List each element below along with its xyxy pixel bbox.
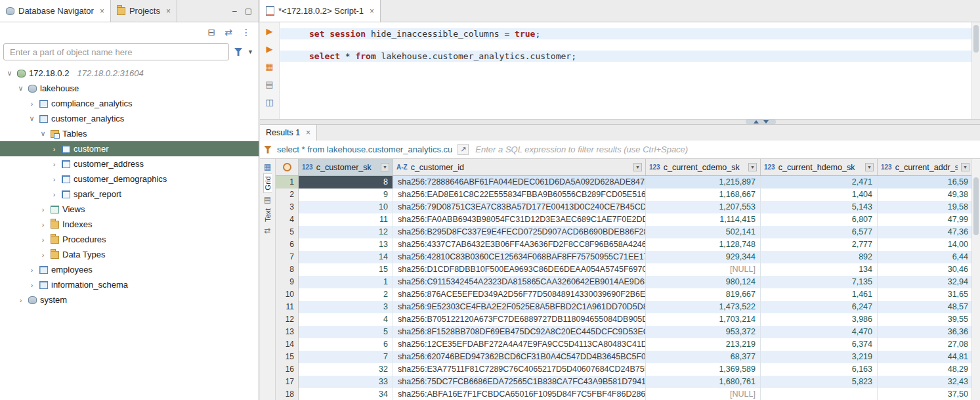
cell-c_current_cdemo_sk[interactable]: 1,128,748 bbox=[646, 238, 761, 251]
column-filter-button[interactable]: ▼ bbox=[381, 163, 389, 171]
row-number-cell[interactable]: 5 bbox=[276, 226, 299, 238]
cell-c_current_hdemo_sk[interactable]: 5,143 bbox=[761, 201, 878, 213]
column-header-c_current_hdemo_sk[interactable]: 123c_current_hdemo_sk▼ bbox=[761, 159, 878, 175]
cell-c_current_hdemo_sk[interactable]: 2,777 bbox=[761, 238, 878, 251]
table-row[interactable]: 714sha256:42810C83B0360CE125634F068BAF8F… bbox=[276, 251, 980, 263]
chevron-down-icon[interactable]: ▼ bbox=[247, 49, 253, 55]
column-filter-button[interactable]: ▼ bbox=[961, 163, 969, 171]
execute-statement-icon[interactable]: ▶ bbox=[266, 27, 273, 36]
table-row[interactable]: 815sha256:D1CDF8DBB10F500EA9693C86DE6DEA… bbox=[276, 263, 980, 276]
tree-item-lakehouse[interactable]: ∨lakehouse bbox=[0, 81, 259, 96]
tree-item-customer-demographics[interactable]: ›customer_demographics bbox=[0, 171, 259, 187]
cell-c_customer_id[interactable]: sha256:42810C83B0360CE125634F068BAF8FF75… bbox=[393, 251, 646, 263]
cell-c_current_hdemo_sk[interactable]: 1,404 bbox=[761, 189, 878, 201]
sql-code-area[interactable]: set session hide_inaccessible_columns = … bbox=[280, 22, 971, 119]
cell-c_current_cdemo_sk[interactable]: 1,680,761 bbox=[646, 376, 761, 388]
cell-c_current_addr_sk[interactable]: 37,50 bbox=[878, 388, 973, 400]
tab-text[interactable]: Text bbox=[264, 206, 272, 224]
table-row[interactable]: 310sha256:79D08751C3EA7C83BA57D177E00413… bbox=[276, 201, 980, 213]
cell-c_current_cdemo_sk[interactable]: 1,114,415 bbox=[646, 213, 761, 226]
cell-c_current_addr_sk[interactable]: 27,08 bbox=[878, 338, 973, 351]
cell-c_current_addr_sk[interactable]: 31,65 bbox=[878, 288, 973, 301]
minimize-icon[interactable]: – bbox=[232, 7, 237, 16]
cell-c_customer_id[interactable]: sha256:72888646ABF61FA044EDEC061D6DA5A09… bbox=[393, 176, 646, 189]
cell-c_current_cdemo_sk[interactable]: 213,219 bbox=[646, 338, 761, 351]
chevron-right-icon[interactable]: › bbox=[50, 160, 58, 168]
row-number-cell[interactable]: 15 bbox=[276, 351, 299, 363]
cell-c_customer_id[interactable]: sha256:620746BED947362BCD6CF31B0A4C547DD… bbox=[393, 351, 646, 363]
tree-item-procedures[interactable]: ›Procedures bbox=[0, 232, 259, 247]
cell-c_customer_id[interactable]: sha256:D1CDF8DBB10F500EA9693C86DE6DEAA05… bbox=[393, 263, 646, 276]
row-number-cell[interactable]: 3 bbox=[276, 201, 299, 213]
row-number-cell[interactable]: 11 bbox=[276, 301, 299, 313]
cell-c_current_hdemo_sk[interactable]: 2,471 bbox=[761, 176, 878, 189]
tree-item-customer-address[interactable]: ›customer_address bbox=[0, 156, 259, 171]
cell-c_customer_sk[interactable]: 7 bbox=[299, 351, 393, 363]
cell-c_customer_id[interactable]: sha256:B295D8FC337E9E4FECD0725D907ACD6B6… bbox=[393, 226, 646, 238]
row-number-cell[interactable]: 17 bbox=[276, 376, 299, 388]
scrollbar-thumb[interactable] bbox=[973, 177, 979, 235]
object-search-input[interactable] bbox=[3, 43, 229, 60]
cell-c_customer_sk[interactable]: 15 bbox=[299, 263, 393, 276]
filter-funnel-icon[interactable] bbox=[234, 48, 242, 56]
cell-c_current_addr_sk[interactable]: 48,29 bbox=[878, 363, 973, 376]
column-header-c_customer_id[interactable]: A-Zc_customer_id▼ bbox=[393, 159, 646, 175]
row-number-cell[interactable]: 7 bbox=[276, 251, 299, 263]
row-number-cell[interactable]: 10 bbox=[276, 288, 299, 301]
cell-c_current_cdemo_sk[interactable]: [NULL] bbox=[646, 263, 761, 276]
column-filter-button[interactable]: ▼ bbox=[865, 163, 874, 171]
link-with-editor-icon[interactable]: ⇄ bbox=[224, 27, 232, 37]
row-number-cell[interactable]: 6 bbox=[276, 238, 299, 251]
cell-c_current_hdemo_sk[interactable]: 6,374 bbox=[761, 338, 878, 351]
tab-projects[interactable]: Projects × bbox=[111, 0, 177, 22]
sql-line[interactable]: set session hide_inaccessible_columns = … bbox=[280, 28, 971, 39]
execute-script-icon[interactable]: ▶ bbox=[266, 45, 273, 54]
cell-c_current_addr_sk[interactable]: 16,59 bbox=[878, 176, 973, 189]
cell-c_current_hdemo_sk[interactable]: 5,823 bbox=[761, 376, 878, 388]
chevron-right-icon[interactable]: › bbox=[28, 281, 36, 289]
cell-c_current_hdemo_sk[interactable]: 134 bbox=[761, 263, 878, 276]
tree-item-customer-analytics[interactable]: ∨customer_analytics bbox=[0, 111, 259, 126]
table-row[interactable]: 512sha256:B295D8FC337E9E4FECD0725D907ACD… bbox=[276, 226, 980, 238]
tree-item-tables[interactable]: ∨Tables bbox=[0, 126, 259, 141]
tree-item-system[interactable]: ›system bbox=[0, 292, 259, 307]
table-row[interactable]: 102sha256:876ACE5EFED349A2D56F77D5084891… bbox=[276, 288, 980, 301]
expand-filter-icon[interactable]: ↗ bbox=[458, 144, 469, 155]
cell-c_current_addr_sk[interactable]: 19,58 bbox=[878, 201, 973, 213]
chevron-right-icon[interactable]: › bbox=[39, 251, 47, 259]
tree-item-data-types[interactable]: ›Data Types bbox=[0, 247, 259, 262]
close-icon[interactable]: × bbox=[100, 7, 104, 16]
text-presentation-icon[interactable]: ▤ bbox=[264, 195, 271, 204]
cell-c_current_addr_sk[interactable]: 47,36 bbox=[878, 226, 973, 238]
cell-c_customer_id[interactable]: sha256:4337C7AB6432E3B06FF4A3636FD2F8CC8… bbox=[393, 238, 646, 251]
cell-c_customer_sk[interactable]: 5 bbox=[299, 326, 393, 338]
cell-c_customer_id[interactable]: sha256:EAD8E61C8C22E555834FBBA9B60556CB2… bbox=[393, 189, 646, 201]
chevron-right-icon[interactable]: › bbox=[28, 100, 36, 108]
cell-c_current_hdemo_sk[interactable]: 4,470 bbox=[761, 326, 878, 338]
cell-c_customer_id[interactable]: sha256:ABFA16E7F1FCBDCA65016F1095D84F7C5… bbox=[393, 388, 646, 400]
chevron-right-icon[interactable]: › bbox=[16, 296, 25, 304]
column-header-c_current_addr_sk[interactable]: 123c_current_addr_sk▼ bbox=[878, 159, 973, 175]
table-row[interactable]: 91sha256:C9115342454A2323DA815865CAA3260… bbox=[276, 276, 980, 288]
cell-c_current_hdemo_sk[interactable]: 6,247 bbox=[761, 301, 878, 313]
cell-c_current_addr_sk[interactable]: 36,36 bbox=[878, 326, 973, 338]
filter-query-text[interactable]: select * from lakehouse.customer_analyti… bbox=[277, 144, 452, 154]
minimize-down-icon[interactable] bbox=[763, 120, 769, 123]
row-number-cell[interactable]: 13 bbox=[276, 326, 299, 338]
tab-results-1[interactable]: Results 1 × bbox=[260, 125, 317, 141]
table-row[interactable]: 613sha256:4337C7AB6432E3B06FF4A3636FD2F8… bbox=[276, 238, 980, 251]
cell-c_customer_sk[interactable]: 12 bbox=[299, 226, 393, 238]
cell-c_current_addr_sk[interactable]: 14,00 bbox=[878, 238, 973, 251]
tree-item-views[interactable]: ›Views bbox=[0, 202, 259, 217]
cell-c_customer_sk[interactable]: 3 bbox=[299, 301, 393, 313]
output-panel-icon[interactable]: ◫ bbox=[265, 98, 273, 107]
chevron-down-icon[interactable]: ∨ bbox=[16, 84, 25, 93]
cell-c_current_addr_sk[interactable]: 30,46 bbox=[878, 263, 973, 276]
cell-c_current_addr_sk[interactable]: 32,94 bbox=[878, 276, 973, 288]
chevron-down-icon[interactable]: ∨ bbox=[28, 114, 36, 123]
row-number-cell[interactable]: 18 bbox=[276, 388, 299, 400]
cell-c_current_hdemo_sk[interactable] bbox=[761, 388, 878, 400]
cell-c_current_addr_sk[interactable]: 49,38 bbox=[878, 189, 973, 201]
cell-c_customer_id[interactable]: sha256:9E52303CE4FBA2E2F0525E8A5BFBD2C1A… bbox=[393, 301, 646, 313]
script-log-icon[interactable]: ▤ bbox=[265, 80, 273, 89]
